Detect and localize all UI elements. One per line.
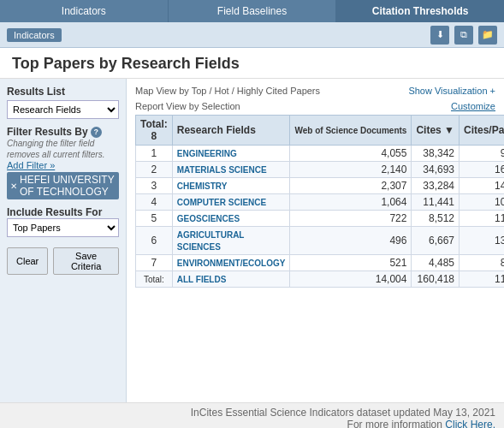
sub-header-label: Indicators <box>7 28 62 42</box>
top-navigation: Indicators Field Baselines Citation Thre… <box>0 0 504 22</box>
field-link[interactable]: ENVIRONMENT/ECOLOGY <box>177 259 286 268</box>
right-panel: Map View by Top / Hot / Highly Cited Pap… <box>127 79 504 402</box>
rank-cell: 5 <box>136 211 173 227</box>
show-visualization-button[interactable]: Show Visualization + <box>408 86 495 96</box>
field-cell: AGRICULTURAL SCIENCES <box>172 227 290 255</box>
field-link[interactable]: GEOSCIENCES <box>177 214 240 223</box>
download-button[interactable]: ⬇ <box>430 26 449 45</box>
field-cell: GEOSCIENCES <box>172 211 290 227</box>
tab-indicators[interactable]: Indicators <box>0 0 169 22</box>
docs-cell: 521 <box>290 255 412 271</box>
cites-paper-cell: 8.61 <box>460 255 505 271</box>
table-row: 3 CHEMISTRY 2,307 33,284 14.43 17 <box>136 178 505 194</box>
include-results-label: Include Results For <box>7 206 119 218</box>
main-content: Results List Research Fields Filter Resu… <box>0 79 504 402</box>
field-cell: COMPUTER SCIENCE <box>172 194 290 211</box>
filter-results-label: Filter Results By ? <box>7 126 119 138</box>
results-list-label: Results List <box>7 86 119 98</box>
rank-cell: 4 <box>136 194 173 211</box>
cites-cell: 33,284 <box>412 178 460 194</box>
field-cell: ENVIRONMENT/ECOLOGY <box>172 255 290 271</box>
rank-cell: 7 <box>136 255 173 271</box>
copy-button[interactable]: ⧉ <box>454 26 473 45</box>
data-table: Total: 8 Research Fields Web of Science … <box>135 115 504 288</box>
field-link[interactable]: CHEMISTRY <box>177 181 228 191</box>
rank-cell: 2 <box>136 162 173 178</box>
help-icon[interactable]: ? <box>91 127 102 138</box>
footer-line1: InCites Essential Science Indicators dat… <box>9 407 495 419</box>
cites-cell: 4,485 <box>412 255 460 271</box>
page-title: Top Papers by Research Fields <box>12 55 240 72</box>
docs-cell: 1,064 <box>290 194 412 211</box>
cites-paper-cell: 13.44 <box>460 227 505 255</box>
docs-cell: 496 <box>290 227 412 255</box>
report-view-text: Report View by Selection <box>135 101 240 111</box>
folder-button[interactable]: 📁 <box>478 26 497 45</box>
field-link[interactable]: AGRICULTURAL SCIENCES <box>177 230 245 252</box>
map-view-bar: Map View by Top / Hot / Highly Cited Pap… <box>135 86 495 96</box>
table-row: 1 ENGINEERING 4,055 38,342 9.46 38 <box>136 146 505 162</box>
total-cites-paper-cell: 11.46 <box>460 271 505 288</box>
sub-header: Indicators ⬇ ⧉ 📁 <box>0 22 504 48</box>
rank-cell: 3 <box>136 178 173 194</box>
active-filter-value: HEFEI UNIVERSITY OF TECHNOLOGY <box>20 174 116 198</box>
action-buttons: Clear Save Criteria <box>7 247 119 275</box>
customize-link[interactable]: Customize <box>451 101 495 111</box>
include-results-section: Include Results For Top Papers <box>7 206 119 237</box>
include-results-select[interactable]: Top Papers <box>7 218 119 237</box>
add-filter-link[interactable]: Add Filter » <box>7 160 119 170</box>
footer-line2: For more information Click Here. <box>9 419 495 428</box>
tab-citation-thresholds[interactable]: Citation Thresholds <box>336 0 504 22</box>
total-field-cell: ALL FIELDS <box>172 271 290 288</box>
rank-cell: 6 <box>136 227 173 255</box>
all-fields-link[interactable]: ALL FIELDS <box>177 275 227 284</box>
field-link[interactable]: COMPUTER SCIENCE <box>177 198 266 207</box>
docs-cell: 722 <box>290 211 412 227</box>
col-header-cites[interactable]: Cites ▼ <box>412 116 460 146</box>
cites-cell: 11,441 <box>412 194 460 211</box>
map-view-text: Map View by Top / Hot / Highly Cited Pap… <box>135 86 320 96</box>
table-row: 4 COMPUTER SCIENCE 1,064 11,441 10.75 14 <box>136 194 505 211</box>
filter-section: Filter Results By ? Changing the filter … <box>7 126 119 199</box>
results-list-section: Results List Research Fields <box>7 86 119 119</box>
field-link[interactable]: MATERIALS SCIENCE <box>177 165 267 175</box>
cites-paper-cell: 11.79 <box>460 211 505 227</box>
field-cell: CHEMISTRY <box>172 178 290 194</box>
docs-cell: 2,140 <box>290 162 412 178</box>
active-filter-tag: ✕ HEFEI UNIVERSITY OF TECHNOLOGY <box>7 172 119 199</box>
field-link[interactable]: ENGINEERING <box>177 149 237 158</box>
cites-cell: 6,667 <box>412 227 460 255</box>
cites-cell: 8,512 <box>412 211 460 227</box>
cites-paper-cell: 10.75 <box>460 194 505 211</box>
table-row: 7 ENVIRONMENT/ECOLOGY 521 4,485 8.61 4 <box>136 255 505 271</box>
footer-link[interactable]: Click Here. <box>445 419 495 428</box>
col-header-docs[interactable]: Web of Science Documents <box>290 116 412 146</box>
total-docs-cell: 14,004 <box>290 271 412 288</box>
table-row: 5 GEOSCIENCES 722 8,512 11.79 6 <box>136 211 505 227</box>
docs-cell: 4,055 <box>290 146 412 162</box>
results-list-select[interactable]: Research Fields <box>7 100 119 119</box>
table-row: 2 MATERIALS SCIENCE 2,140 34,693 16.21 2… <box>136 162 505 178</box>
field-cell: MATERIALS SCIENCE <box>172 162 290 178</box>
total-row: Total: ALL FIELDS 14,004 160,418 11.46 1… <box>136 271 505 288</box>
cites-cell: 38,342 <box>412 146 460 162</box>
clear-button[interactable]: Clear <box>7 247 48 275</box>
report-view-bar: Report View by Selection Customize <box>135 101 495 111</box>
save-criteria-button[interactable]: Save Criteria <box>53 247 119 275</box>
col-header-cites-paper[interactable]: Cites/Paper <box>460 116 505 146</box>
total-rank-cell: Total: <box>136 271 173 288</box>
cites-paper-cell: 14.43 <box>460 178 505 194</box>
sub-header-icons: ⬇ ⧉ 📁 <box>430 26 497 45</box>
cites-paper-cell: 9.46 <box>460 146 505 162</box>
cites-cell: 34,693 <box>412 162 460 178</box>
field-cell: ENGINEERING <box>172 146 290 162</box>
total-cites-cell: 160,418 <box>412 271 460 288</box>
table-row: 6 AGRICULTURAL SCIENCES 496 6,667 13.44 … <box>136 227 505 255</box>
rank-cell: 1 <box>136 146 173 162</box>
cites-paper-cell: 16.21 <box>460 162 505 178</box>
col-header-fields[interactable]: Research Fields <box>172 116 290 146</box>
tab-field-baselines[interactable]: Field Baselines <box>169 0 337 22</box>
filter-remove-icon[interactable]: ✕ <box>10 181 17 191</box>
page-title-bar: Top Papers by Research Fields <box>0 48 504 79</box>
left-panel: Results List Research Fields Filter Resu… <box>0 79 127 402</box>
